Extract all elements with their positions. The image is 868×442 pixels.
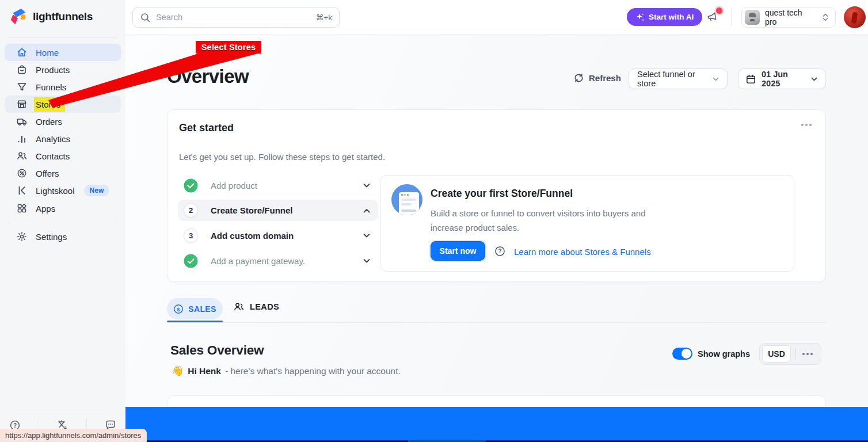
calendar-icon: [745, 74, 756, 85]
sidebar-item-label: Orders: [36, 117, 62, 127]
dollar-circle-icon: $: [173, 304, 184, 314]
lightskool-icon: [16, 185, 28, 196]
step-number: 2: [184, 203, 198, 218]
start-with-ai-button[interactable]: Start with AI: [627, 8, 702, 26]
sidebar-item-analytics[interactable]: Analytics: [5, 130, 121, 147]
sidebar-item-products[interactable]: Products: [5, 61, 121, 78]
topbar-divider: [731, 9, 732, 26]
question-circle-icon: ?: [494, 245, 506, 257]
search-icon: [140, 12, 151, 23]
sidebar-item-label: Home: [36, 48, 59, 58]
gear-icon: [16, 231, 28, 242]
more-options-button[interactable]: [802, 353, 813, 355]
create-store-funnel-panel: Create your first Store/Funnel Build a s…: [380, 175, 794, 272]
start-with-ai-label: Start with AI: [649, 13, 694, 21]
panel-body: Build a store or funnel to convert visit…: [431, 206, 646, 235]
date-range-picker[interactable]: 01 Jun 2025: [738, 68, 826, 89]
user-avatar[interactable]: [844, 6, 866, 28]
new-badge: New: [84, 185, 110, 196]
sidebar-item-label: Offers: [36, 169, 59, 178]
chevron-down-icon: [711, 75, 720, 83]
search-shortcut: ⌘+k: [316, 13, 332, 22]
search-input[interactable]: [156, 13, 311, 22]
account-switcher[interactable]: quest tech pro: [741, 7, 836, 28]
date-value: 01 Jun 2025: [762, 70, 805, 88]
account-name: quest tech pro: [765, 8, 816, 26]
sidebar-item-label: Funnels: [36, 82, 66, 92]
step-add-product[interactable]: Add product: [178, 176, 378, 195]
sidebar-item-orders[interactable]: Orders: [5, 113, 121, 130]
store-funnel-illustration: [391, 184, 422, 215]
sidebar-item-offers[interactable]: Offers: [5, 165, 121, 182]
sidebar-item-label: Products: [36, 65, 70, 75]
learn-more-link[interactable]: Learn more about Stores & Funnels: [514, 247, 651, 257]
funnel-store-select[interactable]: Select funnel or store: [629, 68, 728, 89]
step-label: Add product: [211, 181, 349, 190]
sidebar-item-lightskool[interactable]: Lightskool New: [5, 182, 121, 199]
step-label: Add custom domain: [211, 231, 349, 241]
sidebar-divider-settings: [8, 223, 117, 223]
get-started-title: Get started: [179, 122, 234, 134]
contacts-people-icon: [16, 150, 28, 162]
chevron-down-icon: [810, 75, 818, 83]
step-create-store-funnel[interactable]: 2 Create Store/Funnel: [178, 200, 378, 221]
account-avatar: [745, 10, 760, 25]
funnel-store-select-value: Select funnel or store: [637, 70, 711, 88]
lightfunnels-logo-icon: [9, 7, 28, 26]
products-bag-icon: [16, 64, 28, 75]
sidebar-item-label: Lightskool: [36, 186, 75, 196]
tab-sales[interactable]: $ SALES: [167, 298, 223, 319]
card-menu-button[interactable]: [801, 124, 812, 126]
step-add-payment-gateway[interactable]: Add a payment gateway.: [178, 251, 378, 270]
step-add-custom-domain[interactable]: 3 Add custom domain: [178, 226, 378, 245]
step-number: 3: [184, 228, 198, 243]
sidebar-item-settings[interactable]: Settings: [5, 228, 121, 245]
sidebar-item-label: Apps: [36, 204, 55, 214]
tab-leads[interactable]: LEADS: [233, 301, 279, 313]
sidebar: lightfunnels Home Products: [0, 0, 125, 442]
sidebar-item-apps[interactable]: Apps: [5, 200, 121, 217]
announcements-button[interactable]: [706, 10, 721, 25]
topbar: ⌘+k Start with AI quest tech pro: [125, 0, 868, 35]
segment-divider: [795, 349, 796, 359]
apps-grid-icon: [16, 203, 28, 214]
wave-emoji: 👋: [172, 365, 184, 377]
get-started-subtitle: Let's get you set up. Follow these steps…: [179, 152, 385, 162]
greeting: 👋 Hi Henk - here's what's happening with…: [172, 365, 401, 377]
annotation-label: Select Stores: [196, 41, 261, 54]
global-search[interactable]: ⌘+k: [132, 7, 340, 28]
brand-logo[interactable]: lightfunnels: [9, 7, 93, 26]
sparkles-icon: [635, 13, 645, 22]
sidebar-item-contacts[interactable]: Contacts: [5, 147, 121, 165]
currency-control: USD: [759, 343, 821, 365]
tab-leads-label: LEADS: [250, 302, 279, 311]
start-now-button[interactable]: Start now: [431, 241, 485, 261]
refresh-button[interactable]: Refresh: [573, 73, 621, 83]
chevron-down-icon: [362, 231, 371, 240]
refresh-label: Refresh: [589, 73, 621, 83]
sales-overview-title: Sales Overview: [170, 343, 264, 358]
sidebar-footer-divider: [17, 410, 107, 410]
offers-percent-icon: [16, 167, 28, 179]
sidebar-item-label: Settings: [36, 232, 67, 242]
get-started-card: Get started Let's get you set up. Follow…: [167, 109, 826, 282]
storefront-icon: [16, 98, 28, 110]
show-graphs-label: Show graphs: [698, 349, 750, 359]
check-circle-icon: [184, 178, 198, 193]
sidebar-item-funnels[interactable]: Funnels: [5, 78, 121, 96]
greeting-name: Hi Henk: [188, 366, 221, 376]
refresh-icon: [573, 73, 584, 83]
sidebar-item-label: Contacts: [36, 151, 70, 161]
chevron-down-icon: [362, 181, 371, 190]
panel-title: Create your first Store/Funnel: [431, 188, 573, 200]
chevron-up-icon: [362, 206, 371, 215]
stores-highlight: Stores: [34, 97, 65, 112]
sidebar-item-stores[interactable]: Stores: [5, 96, 121, 113]
show-graphs-toggle[interactable]: [672, 348, 692, 360]
sidebar-item-label: Analytics: [36, 134, 70, 144]
greeting-text: - here's what's happening with your acco…: [225, 366, 401, 376]
currency-button[interactable]: USD: [762, 345, 791, 363]
sidebar-item-home[interactable]: Home: [5, 44, 121, 61]
chevron-down-icon: [362, 256, 371, 265]
step-label: Create Store/Funnel: [211, 205, 349, 215]
